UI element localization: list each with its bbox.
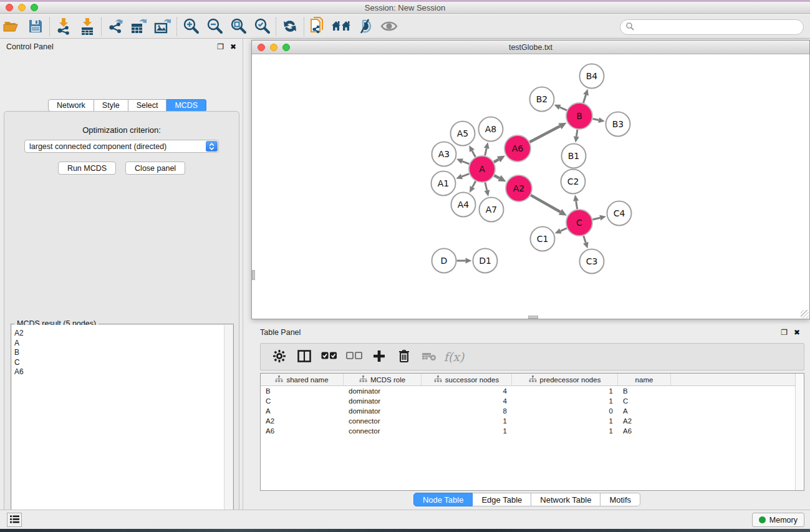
table-cell[interactable]: dominator <box>344 387 422 395</box>
tab-network[interactable]: Network <box>48 99 94 112</box>
column-header-successor-nodes[interactable]: successor nodes <box>422 374 512 385</box>
edge-A-A7[interactable] <box>485 182 487 190</box>
zoom-fit-button[interactable] <box>226 17 250 37</box>
edge-C-C1[interactable] <box>561 228 567 231</box>
save-session-button[interactable] <box>24 17 47 37</box>
tab-network-table[interactable]: Network Table <box>531 493 600 506</box>
edge-A-A2[interactable] <box>494 175 499 178</box>
function-builder-button[interactable]: f(x) <box>443 346 465 367</box>
table-row[interactable]: Bdominator41B <box>261 386 804 396</box>
column-header-shared-name[interactable]: shared name <box>261 374 344 385</box>
mcds-result-item[interactable]: A2 <box>14 329 224 339</box>
column-header-predecessor-nodes[interactable]: predecessor nodes <box>512 374 618 385</box>
mcds-result-item[interactable]: A6 <box>14 367 224 377</box>
table-cell[interactable]: dominator <box>344 407 422 415</box>
duplicate-network-button[interactable] <box>306 17 330 37</box>
table-cell[interactable]: C <box>261 397 344 405</box>
table-cell[interactable]: 1 <box>422 427 512 435</box>
table-cell[interactable]: A2 <box>618 417 671 425</box>
close-panel-icon[interactable]: ✖ <box>230 42 236 51</box>
search-input[interactable] <box>634 21 803 34</box>
edge-A-A1[interactable] <box>462 174 470 177</box>
table-cell[interactable]: 1 <box>512 417 618 425</box>
close-panel-button[interactable]: Close panel <box>125 162 185 175</box>
edge-A-A3[interactable] <box>462 162 469 164</box>
edge-A-A4[interactable] <box>473 181 476 187</box>
search-field[interactable] <box>620 19 804 35</box>
deselect-all-columns-button[interactable] <box>343 346 365 367</box>
split-view-button[interactable] <box>293 346 316 367</box>
edge-B-B4[interactable] <box>584 95 586 103</box>
zoom-out-button[interactable] <box>203 17 226 37</box>
edge-B-B3[interactable] <box>593 119 599 120</box>
edge-A-A5[interactable] <box>472 151 475 157</box>
memory-button[interactable]: Memory <box>752 513 804 527</box>
table-cell[interactable]: C <box>618 397 671 405</box>
table-cell[interactable]: 0 <box>512 407 618 415</box>
edge-B-B1[interactable] <box>576 130 577 137</box>
table-row[interactable]: A6connector11A6 <box>261 426 804 436</box>
table-cell[interactable]: 1 <box>512 397 618 405</box>
table-row[interactable]: Adominator80A <box>261 406 804 416</box>
import-network-button[interactable] <box>52 17 75 37</box>
edge-A-A6[interactable] <box>494 160 499 162</box>
column-header-MCDS-role[interactable]: MCDS role <box>344 374 422 385</box>
tab-motifs[interactable]: Motifs <box>600 493 640 506</box>
select-all-columns-button[interactable] <box>318 346 340 367</box>
task-history-button[interactable] <box>7 513 22 527</box>
edge-C-C3[interactable] <box>584 236 586 243</box>
mcds-result-item[interactable]: B <box>14 348 224 358</box>
edge-C-C4[interactable] <box>592 218 600 220</box>
tab-select[interactable]: Select <box>128 99 167 112</box>
home-layout-button[interactable] <box>330 17 354 37</box>
table-cell[interactable]: 1 <box>422 417 512 425</box>
mcds-result-scrollbar[interactable] <box>224 325 233 532</box>
table-cell[interactable]: dominator <box>344 397 422 405</box>
edge-B-B2[interactable] <box>560 107 567 110</box>
float-panel-icon[interactable]: ❐ <box>217 42 224 51</box>
network-graph[interactable]: B4B2BB3A8A5A6A3B1AC2A1A2A4A7C4CC1DD1C3 <box>252 54 809 319</box>
table-cell[interactable]: 4 <box>422 387 512 395</box>
export-image-button[interactable] <box>151 17 175 37</box>
table-cell[interactable]: A <box>261 407 344 415</box>
table-cell[interactable]: A <box>618 407 671 415</box>
import-table-button[interactable] <box>75 17 99 37</box>
table-options-button[interactable] <box>268 346 291 367</box>
table-cell[interactable]: 1 <box>512 387 618 395</box>
table-cell[interactable]: connector <box>344 427 422 435</box>
export-network-button[interactable] <box>104 17 127 37</box>
delete-table-button[interactable] <box>418 346 440 367</box>
edge-A2-C[interactable] <box>531 195 560 212</box>
table-cell[interactable]: 4 <box>422 397 512 405</box>
network-vertical-scroll-thumb[interactable] <box>252 270 255 280</box>
table-cell[interactable]: connector <box>344 417 422 425</box>
table-cell[interactable]: 1 <box>512 427 618 435</box>
table-cell[interactable]: B <box>261 387 344 395</box>
tab-node-table[interactable]: Node Table <box>413 493 473 506</box>
network-canvas[interactable]: B4B2BB3A8A5A6A3B1AC2A1A2A4A7C4CC1DD1C3 <box>252 54 809 319</box>
table-header-row[interactable]: shared nameMCDS rolesuccessor nodesprede… <box>261 374 804 386</box>
show-hide-panel-button[interactable] <box>377 17 401 37</box>
run-mcds-button[interactable]: Run MCDS <box>58 162 116 175</box>
zoom-in-button[interactable] <box>179 17 203 37</box>
tab-mcds[interactable]: MCDS <box>166 99 206 112</box>
refresh-view-button[interactable] <box>278 17 302 37</box>
window-resize-grip[interactable] <box>801 310 809 318</box>
edge-C-C2[interactable] <box>576 201 577 209</box>
tab-style[interactable]: Style <box>94 99 128 112</box>
network-horizontal-scroll-thumb[interactable] <box>528 316 538 319</box>
create-column-button[interactable] <box>368 346 390 367</box>
mcds-result-item[interactable]: C <box>14 358 224 368</box>
export-table-button[interactable] <box>127 17 151 37</box>
edge-A-A8[interactable] <box>485 148 487 156</box>
table-close-panel-icon[interactable]: ✖ <box>794 328 800 337</box>
column-header-name[interactable]: name <box>618 374 671 385</box>
optimization-criterion-select[interactable]: largest connected component (directed) <box>24 140 219 153</box>
delete-column-button[interactable] <box>393 346 415 367</box>
table-cell[interactable]: A6 <box>261 427 344 435</box>
zoom-selected-button[interactable] <box>250 17 274 37</box>
open-session-button[interactable] <box>0 17 24 37</box>
table-scrollbar[interactable] <box>795 374 804 490</box>
table-cell[interactable]: A6 <box>618 427 671 435</box>
tab-edge-table[interactable]: Edge Table <box>473 493 531 506</box>
